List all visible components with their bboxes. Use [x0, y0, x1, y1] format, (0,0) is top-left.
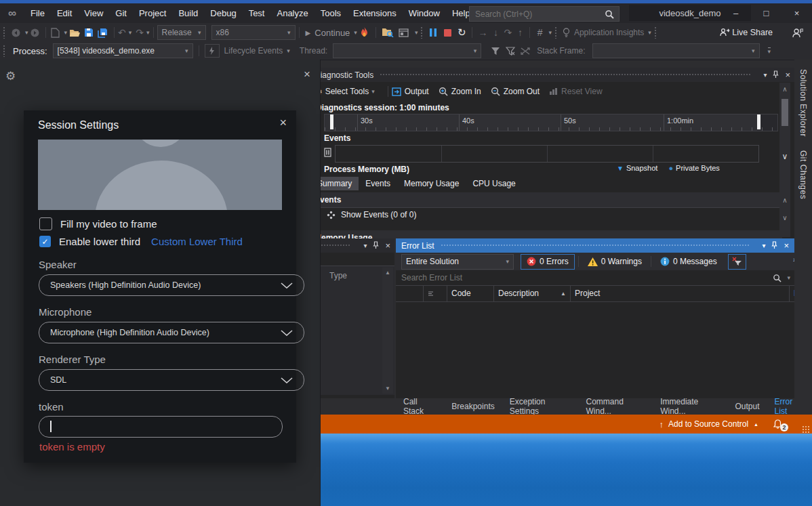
thread-dropdown[interactable]: ▾ [333, 43, 481, 58]
tab-cpu-usage[interactable]: CPU Usage [466, 177, 522, 190]
pause-icon[interactable] [426, 28, 440, 37]
undo-dropdown-icon[interactable]: ▾ [129, 30, 132, 36]
toolbar-overflow-icon[interactable]: ▾ [768, 47, 771, 55]
window-position-icon[interactable]: ▾ [763, 72, 767, 79]
zoom-in-button[interactable]: Zoom In [439, 87, 481, 96]
window-layout-icon[interactable] [396, 28, 412, 37]
open-folder-icon[interactable] [67, 28, 82, 37]
search-options-icon[interactable]: ▾ [787, 275, 790, 281]
tab-exception-settings[interactable]: Exception Settings [502, 397, 579, 416]
pin-icon[interactable] [773, 70, 779, 80]
scroll-up-icon[interactable]: ▲ [382, 270, 393, 276]
fill-video-checkbox[interactable] [39, 217, 52, 230]
type-panel-scrollbar[interactable]: ▲ ▼ [382, 268, 393, 394]
find-in-files-icon[interactable] [380, 28, 396, 37]
scroll-down-icon[interactable]: ∨ [779, 214, 790, 222]
feedback-icon[interactable] [789, 28, 805, 38]
toolbar-grip[interactable] [420, 26, 424, 39]
process-dropdown[interactable]: [5348] videosdk_demo.exe▾ [53, 43, 193, 58]
menu-edit[interactable]: Edit [51, 3, 78, 23]
add-to-source-control-button[interactable]: Add to Source Control [668, 419, 748, 429]
errors-filter-button[interactable]: 0 Errors [521, 254, 575, 270]
tab-git-changes[interactable]: Git Changes [798, 150, 808, 199]
warnings-filter-button[interactable]: 0 Warnings [582, 255, 647, 269]
save-icon[interactable] [82, 28, 96, 37]
stack-frame-dropdown[interactable]: ▾ [592, 43, 760, 58]
tab-command-window[interactable]: Command Wind... [579, 397, 653, 416]
column-project[interactable]: Project [571, 285, 790, 301]
enable-lower-third-checkbox[interactable]: ✓ [39, 236, 51, 247]
search-icon[interactable] [773, 274, 781, 282]
navigate-back-icon[interactable] [9, 28, 22, 38]
lifecycle-events-button[interactable]: Lifecycle Events [224, 46, 283, 56]
scroll-up-icon[interactable]: ∧ [779, 85, 790, 93]
summary-memory-header[interactable]: Memory Usage [310, 230, 782, 238]
menu-git[interactable]: Git [109, 3, 133, 23]
redo-dropdown-icon[interactable]: ▾ [146, 30, 150, 36]
toolbar-grip[interactable] [654, 26, 657, 39]
type-column-header[interactable]: Type [329, 271, 347, 280]
tab-breakpoints[interactable]: Breakpoints [444, 402, 502, 411]
toolbar-grip[interactable] [3, 45, 6, 57]
menu-file[interactable]: File [24, 3, 51, 23]
output-button[interactable]: Output [392, 87, 429, 96]
reset-view-button[interactable]: Reset View [549, 87, 602, 96]
save-all-icon[interactable] [96, 28, 110, 38]
scroll-up-icon[interactable]: ∧ [779, 196, 790, 204]
tab-memory-usage[interactable]: Memory Usage [397, 177, 466, 190]
app-insights-dropdown-icon[interactable]: ▾ [648, 30, 651, 36]
clear-filter-button[interactable] [728, 254, 746, 270]
scrollbar-thumb[interactable] [781, 99, 788, 126]
timeline-ruler[interactable]: 30s 40s 50s 1:00min [324, 114, 778, 131]
navigate-forward-icon[interactable] [28, 28, 42, 38]
toolbar-grip[interactable] [554, 26, 558, 39]
threads-dropdown-icon[interactable]: ▾ [548, 30, 552, 36]
custom-lower-third-link[interactable]: Custom Lower Third [151, 236, 243, 247]
restart-icon[interactable]: ↻ [455, 26, 468, 39]
error-list-search-input[interactable] [396, 273, 773, 282]
events-track[interactable] [335, 145, 759, 163]
redo-icon[interactable]: ↷ [136, 27, 144, 38]
menu-tools[interactable]: Tools [314, 3, 347, 23]
error-list-header[interactable]: Error List ▾ × [396, 238, 794, 253]
column-suppression[interactable] [424, 285, 447, 301]
close-icon[interactable]: × [385, 241, 390, 250]
step-out-arc-icon[interactable]: ↷ [502, 27, 514, 38]
tab-immediate-window[interactable]: Immediate Wind... [653, 397, 727, 416]
summary-events-header[interactable]: Events [310, 192, 782, 208]
maximize-button[interactable]: □ [751, 3, 781, 23]
app-settings-gear-icon[interactable]: ⚙ [5, 69, 16, 83]
column-code[interactable]: Code [447, 285, 494, 301]
column-description[interactable]: Description ▲ [494, 285, 571, 301]
minimize-button[interactable]: – [720, 3, 751, 23]
menu-analyze[interactable]: Analyze [270, 3, 314, 23]
undo-icon[interactable]: ↶ [118, 27, 126, 38]
continue-button[interactable]: Continue [314, 28, 350, 38]
column-file[interactable]: File [790, 285, 794, 301]
layout-dropdown-icon[interactable]: ▾ [415, 30, 418, 36]
show-threads-icon[interactable]: # [533, 27, 546, 38]
app-close-icon[interactable]: × [304, 68, 310, 81]
type-panel-header[interactable]: ▾ × [310, 238, 394, 253]
pin-icon[interactable] [771, 241, 777, 251]
microphone-dropdown[interactable]: Microphone (High Definition Audio Device… [39, 322, 304, 343]
filter-threads-icon[interactable] [488, 47, 503, 56]
step-over-icon[interactable]: → [476, 27, 489, 38]
filter-flagged-icon[interactable] [503, 47, 518, 56]
select-tools-button[interactable]: ⚙ Select Tools ▾ [314, 87, 375, 97]
new-file-icon[interactable] [49, 28, 62, 38]
column-severity[interactable] [396, 285, 424, 301]
diagnostics-scrollbar[interactable]: ∧ ∨ ∧ ∨ [779, 83, 790, 237]
window-position-icon[interactable]: ▾ [762, 243, 765, 249]
scope-dropdown[interactable]: Entire Solution▾ [401, 254, 514, 270]
notifications-bell-icon[interactable]: 2 [771, 419, 784, 429]
dialog-close-icon[interactable]: × [279, 116, 287, 130]
messages-filter-button[interactable]: 0 Messages [655, 255, 723, 269]
pin-icon[interactable] [373, 241, 379, 251]
tab-output[interactable]: Output [728, 402, 767, 411]
step-into-icon[interactable]: ↓ [489, 27, 502, 38]
tab-solution-explorer[interactable]: Solution Explorer [798, 69, 808, 137]
window-position-icon[interactable]: ▾ [363, 243, 367, 249]
diagnostic-tools-header[interactable]: Diagnostic Tools ▾ × [310, 68, 794, 82]
close-icon[interactable]: × [784, 241, 789, 250]
